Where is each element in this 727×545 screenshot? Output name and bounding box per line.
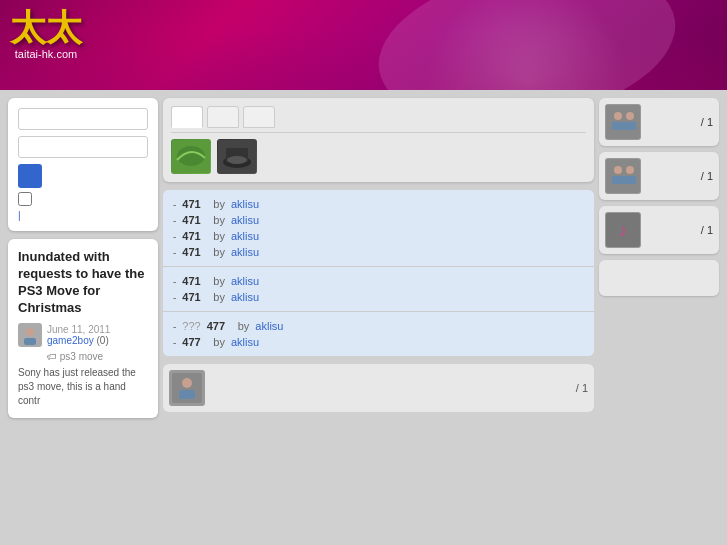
right-card-info-1: / 1	[647, 116, 713, 128]
article-title: Inundated with requests to have the PS3 …	[18, 249, 148, 317]
right-card-2: / 1	[599, 152, 719, 200]
article-excerpt: Sony has just released the ps3 move, thi…	[18, 366, 148, 408]
article-box: Inundated with requests to have the PS3 …	[8, 239, 158, 418]
right-thumb-2	[605, 158, 641, 194]
logo-subtitle: taitai-hk.com	[15, 48, 77, 60]
right-empty-card	[599, 260, 719, 296]
right-card-3: ♪ / 1	[599, 206, 719, 254]
article-author[interactable]: game2boy	[47, 335, 94, 346]
svg-rect-10	[179, 390, 195, 399]
logo-area: 太太 taitai-hk.com	[10, 10, 82, 60]
bottom-thumb	[169, 370, 205, 406]
image-thumb-1	[171, 139, 211, 174]
list-section-2: - 471 by aklisu - 471 by aklisu	[163, 267, 594, 312]
svg-rect-15	[624, 122, 636, 130]
right-thumb-3: ♪	[605, 212, 641, 248]
remember-checkbox[interactable]	[18, 192, 32, 206]
article-date: June 11, 2011	[47, 324, 110, 335]
center-content: - 471 by aklisu - 471 by aklisu - 471 by…	[163, 98, 594, 537]
article-tag: 🏷 ps3 move	[47, 351, 148, 362]
login-button[interactable]	[18, 164, 42, 188]
left-sidebar: | Inundated with requests to have the PS…	[8, 98, 158, 537]
svg-rect-18	[612, 176, 624, 184]
password-input[interactable]	[18, 136, 148, 158]
list-section-1: - 471 by aklisu - 471 by aklisu - 471 by…	[163, 190, 594, 267]
tab-2[interactable]	[207, 106, 239, 128]
list-item: - 471 by aklisu	[173, 289, 584, 305]
svg-point-17	[614, 166, 622, 174]
svg-point-14	[626, 112, 634, 120]
svg-rect-20	[624, 176, 636, 184]
list-item: - 471 by aklisu	[173, 196, 584, 212]
bottom-panel: / 1	[163, 364, 594, 412]
image-row	[171, 139, 586, 174]
tab-1[interactable]	[171, 106, 203, 128]
right-thumb-1	[605, 104, 641, 140]
right-page-num-3: / 1	[701, 224, 713, 236]
list-panel-1: - 471 by aklisu - 471 by aklisu - 471 by…	[163, 190, 594, 356]
article-score: (0)	[96, 335, 108, 346]
tab-3[interactable]	[243, 106, 275, 128]
tag-icon: 🏷	[47, 351, 57, 362]
bottom-page-num: / 1	[576, 382, 588, 394]
logo-text: 太太	[10, 10, 82, 46]
svg-point-7	[227, 156, 247, 164]
right-page-num-2: / 1	[701, 170, 713, 182]
svg-text:♪: ♪	[619, 220, 628, 240]
svg-rect-13	[612, 122, 624, 130]
image-thumb-2	[217, 139, 257, 174]
list-section-3: - ??? 477 by aklisu - 477 by aklisu	[163, 312, 594, 356]
top-panel	[163, 98, 594, 182]
svg-point-12	[614, 112, 622, 120]
forgot-link[interactable]: |	[18, 210, 148, 221]
right-card-1: / 1	[599, 98, 719, 146]
remember-row	[18, 192, 148, 206]
header: 太太 taitai-hk.com	[0, 0, 727, 90]
svg-point-19	[626, 166, 634, 174]
list-item: - 471 by aklisu	[173, 273, 584, 289]
right-card-info-3: / 1	[647, 224, 713, 236]
right-card-info-2: / 1	[647, 170, 713, 182]
list-item: - 477 by aklisu	[173, 334, 584, 350]
username-input[interactable]	[18, 108, 148, 130]
login-box: |	[8, 98, 158, 231]
list-item: - ??? 477 by aklisu	[173, 318, 584, 334]
list-item: - 471 by aklisu	[173, 212, 584, 228]
svg-point-0	[26, 328, 34, 336]
article-meta-info: June 11, 2011 game2boy (0)	[47, 324, 110, 346]
svg-rect-1	[24, 338, 36, 345]
main-layout: | Inundated with requests to have the PS…	[0, 90, 727, 545]
tab-bar	[171, 106, 586, 133]
list-item: - 471 by aklisu	[173, 244, 584, 260]
list-item: - 471 by aklisu	[173, 228, 584, 244]
svg-point-9	[182, 378, 192, 388]
right-page-num-1: / 1	[701, 116, 713, 128]
article-meta: June 11, 2011 game2boy (0)	[18, 323, 148, 347]
avatar	[18, 323, 42, 347]
right-sidebar: / 1 / 1 ♪	[599, 98, 719, 537]
